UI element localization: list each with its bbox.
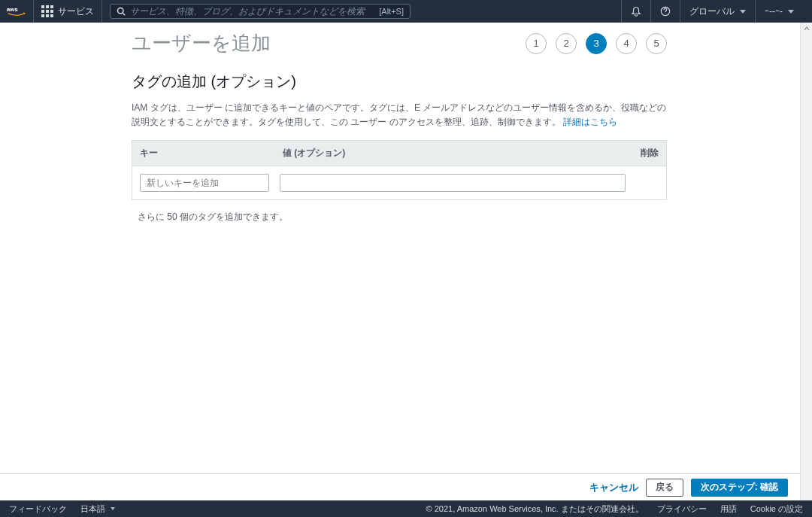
cookie-link[interactable]: Cookie の設定: [750, 503, 803, 515]
aws-logo[interactable]: aws: [0, 0, 34, 23]
chevron-down-icon: [111, 507, 115, 510]
aws-logo-icon: aws: [6, 5, 27, 17]
step-3[interactable]: 3: [586, 33, 607, 54]
th-key: キー: [140, 147, 283, 160]
back-button[interactable]: 戻る: [646, 479, 683, 497]
language-label: 日本語: [80, 503, 105, 515]
search-icon: [117, 7, 126, 16]
account-selector[interactable]: ｰ--ｰ-: [755, 0, 803, 23]
svg-point-1: [118, 8, 124, 14]
help-button[interactable]: [650, 0, 680, 23]
th-value: 値 (オプション): [283, 147, 629, 160]
chevron-down-icon: [788, 10, 794, 14]
chevron-down-icon: [740, 10, 746, 14]
services-label: サービス: [58, 5, 94, 18]
svg-line-2: [123, 13, 125, 15]
learn-more-link[interactable]: 詳細はこちら: [563, 117, 617, 127]
scroll-up-icon: [801, 23, 812, 35]
tag-row: [132, 166, 666, 199]
step-2[interactable]: 2: [556, 33, 577, 54]
footer-right: © 2021, Amazon Web Services, Inc. またはその関…: [426, 503, 803, 515]
feedback-link[interactable]: フィードバック: [9, 503, 67, 515]
bell-icon: [631, 6, 641, 17]
page-title-row: ユーザーを追加 1 2 3 4 5: [132, 30, 667, 56]
region-selector[interactable]: グローバル: [680, 0, 755, 23]
tag-key-input[interactable]: [140, 174, 269, 192]
tags-remaining: さらに 50 個のタグを追加できます。: [138, 211, 667, 224]
tag-value-input[interactable]: [280, 174, 626, 192]
content: ユーザーを追加 1 2 3 4 5 タグの追加 (オプション) IAM タグは、…: [132, 23, 667, 224]
tags-table: キー 値 (オプション) 削除: [132, 140, 667, 200]
step-1[interactable]: 1: [526, 33, 547, 54]
content-area: ユーザーを追加 1 2 3 4 5 タグの追加 (オプション) IAM タグは、…: [0, 23, 800, 473]
step-4[interactable]: 4: [616, 33, 637, 54]
search-box[interactable]: [Alt+S]: [110, 4, 411, 19]
action-bar: キャンセル 戻る 次のステップ: 確認: [0, 473, 800, 500]
region-label: グローバル: [689, 5, 735, 18]
footer-left: フィードバック 日本語: [9, 503, 115, 515]
vertical-scrollbar[interactable]: [800, 23, 812, 500]
privacy-link[interactable]: プライバシー: [657, 503, 707, 515]
navbar-right: グローバル ｰ--ｰ-: [621, 0, 803, 23]
next-button[interactable]: 次のステップ: 確認: [691, 479, 788, 497]
tags-table-header: キー 値 (オプション) 削除: [132, 141, 666, 166]
search-input[interactable]: [130, 6, 379, 17]
copyright: © 2021, Amazon Web Services, Inc. またはその関…: [426, 503, 644, 515]
terms-link[interactable]: 用語: [720, 503, 737, 515]
step-5[interactable]: 5: [646, 33, 667, 54]
navbar-left: aws サービス [Alt+S]: [0, 0, 411, 23]
section-description: IAM タグは、ユーザー に追加できるキーと値のペアです。タグには、E メールア…: [132, 101, 667, 129]
services-menu[interactable]: サービス: [34, 0, 102, 23]
notifications-button[interactable]: [621, 0, 650, 23]
search-wrap: [Alt+S]: [110, 4, 411, 19]
page-title: ユーザーを追加: [132, 30, 271, 56]
section-title: タグの追加 (オプション): [132, 71, 667, 92]
cancel-button[interactable]: キャンセル: [589, 481, 638, 494]
step-indicator: 1 2 3 4 5: [526, 33, 667, 54]
language-selector[interactable]: 日本語: [80, 503, 115, 515]
account-label: ｰ--ｰ-: [765, 6, 783, 17]
help-icon: [660, 6, 671, 17]
grid-icon: [41, 5, 53, 17]
top-navbar: aws サービス [Alt+S]: [0, 0, 812, 23]
search-shortcut: [Alt+S]: [379, 7, 404, 16]
th-delete: 削除: [629, 147, 659, 160]
footer: フィードバック 日本語 © 2021, Amazon Web Services,…: [0, 500, 812, 517]
svg-text:aws: aws: [7, 6, 19, 13]
